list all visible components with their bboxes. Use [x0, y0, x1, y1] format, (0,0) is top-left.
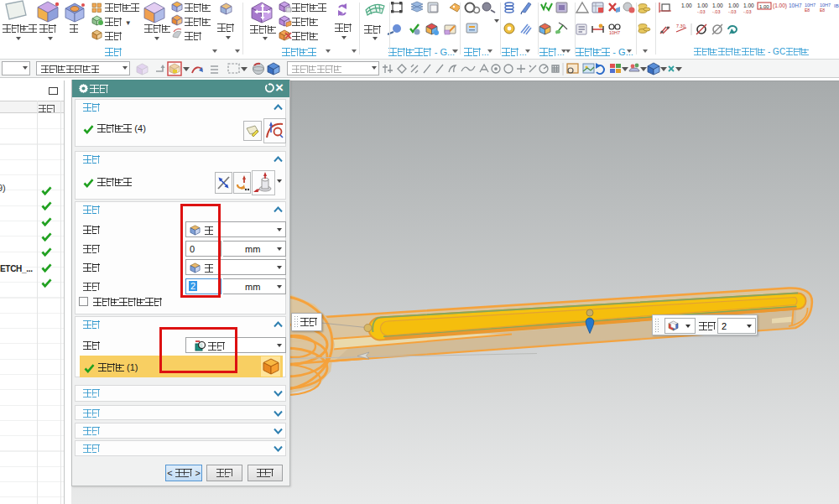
svg-text:1.00: 1.00 [743, 3, 754, 8]
svg-text:IB: IB [834, 3, 839, 8]
svg-text:7.30: 7.30 [676, 23, 685, 29]
svg-text:-.03: -.03 [743, 9, 751, 14]
svg-text:10H7: 10H7 [789, 3, 802, 8]
svg-text:E8: E8 [805, 8, 810, 13]
svg-text:1.00: 1.00 [697, 3, 708, 8]
svg-text:1.00: 1.00 [712, 3, 723, 8]
svg-text:E8: E8 [820, 8, 825, 13]
svg-text:1.00: 1.00 [681, 3, 692, 8]
svg-text:(1.00): (1.00) [773, 3, 787, 9]
svg-text:-.03: -.03 [728, 9, 736, 14]
svg-text:1.00: 1.00 [728, 3, 739, 8]
svg-text:10H7: 10H7 [609, 30, 620, 35]
svg-text:-.03: -.03 [712, 9, 720, 14]
svg-text:1.00: 1.00 [759, 4, 769, 9]
svg-text:-.03: -.03 [697, 9, 705, 14]
